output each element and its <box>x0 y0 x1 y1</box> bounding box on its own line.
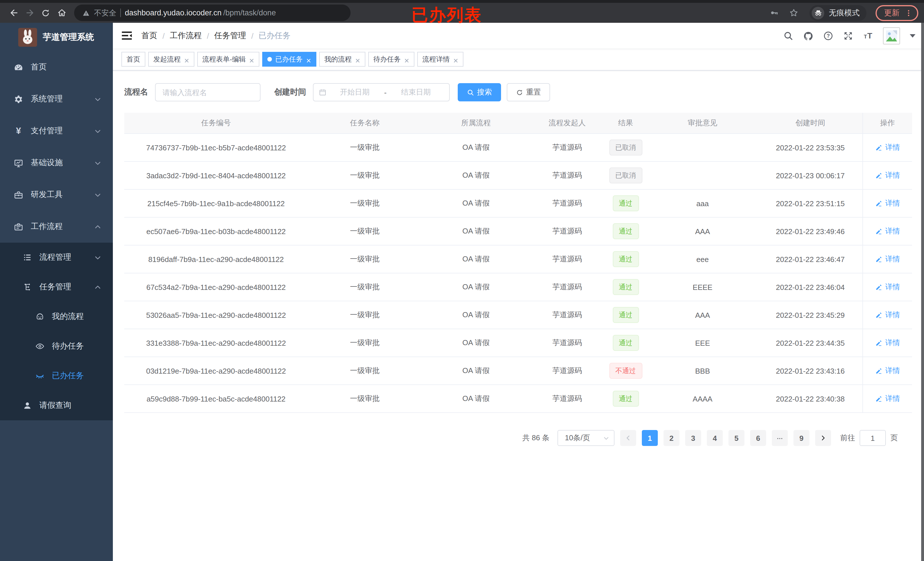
detail-link[interactable]: 详情 <box>875 170 900 181</box>
tab-process-form-edit[interactable]: 流程表单-编辑 <box>197 52 260 67</box>
start-date-placeholder[interactable]: 开始日期 <box>327 87 383 97</box>
warning-icon <box>82 9 90 17</box>
sidebar-item-task-mgmt[interactable]: 任务管理 <box>0 272 113 302</box>
close-icon[interactable] <box>404 57 409 62</box>
tab-todo-tasks[interactable]: 待办任务 <box>368 52 414 67</box>
back-icon[interactable] <box>6 5 22 21</box>
sidebar-item-label: 首页 <box>31 62 47 72</box>
tab-process-detail[interactable]: 流程详情 <box>417 52 464 67</box>
security-label[interactable]: 不安全 <box>94 8 116 18</box>
key-icon[interactable] <box>766 5 782 21</box>
breadcrumb-home[interactable]: 首页 <box>141 30 158 41</box>
page-size-select[interactable]: 10条/页 <box>558 430 615 446</box>
page-button-4[interactable]: 4 <box>707 430 723 446</box>
detail-link[interactable]: 详情 <box>875 226 900 236</box>
kebab-menu-icon[interactable] <box>904 9 913 17</box>
cell-created: 2022-01-22 23:46:47 <box>758 245 862 274</box>
table-row: ec507ae6-7b9a-11ec-b03b-acde48001122 一级审… <box>124 218 912 245</box>
sidebar-item-workflow[interactable]: 工作流程 <box>0 211 113 242</box>
col-header-task-name: 任务名称 <box>308 113 422 134</box>
reset-button[interactable]: 重置 <box>507 83 550 102</box>
breadcrumb: 首页 / 工作流程 / 任务管理 / 已办任务 <box>141 30 290 41</box>
close-icon[interactable] <box>184 57 189 62</box>
fullscreen-icon[interactable] <box>843 30 854 41</box>
calendar-icon <box>319 88 327 96</box>
search-icon[interactable] <box>783 30 794 41</box>
prev-page-button[interactable] <box>620 430 636 446</box>
detail-link[interactable]: 详情 <box>875 198 900 208</box>
cell-process: OA 请假 <box>422 329 530 357</box>
question-icon[interactable] <box>823 30 833 41</box>
reload-icon[interactable] <box>38 5 54 21</box>
address-bar[interactable]: 不安全 dashboard.yudao.iocoder.cn/bpm/task/… <box>74 4 351 21</box>
detail-link[interactable]: 详情 <box>875 254 900 264</box>
tab-home[interactable]: 首页 <box>122 52 146 67</box>
star-icon[interactable] <box>786 5 801 21</box>
sidebar-item-leave-query[interactable]: 请假查询 <box>0 391 113 420</box>
update-button[interactable]: 更新 <box>876 5 918 21</box>
page-button-1[interactable]: 1 <box>642 430 658 446</box>
cell-task-name: 一级审批 <box>308 218 422 245</box>
edit-pencil-icon <box>875 311 882 319</box>
sidebar-item-my-process[interactable]: 我的流程 <box>0 302 113 332</box>
update-label[interactable]: 更新 <box>884 8 900 18</box>
sidebar-item-process-mgmt[interactable]: 流程管理 <box>0 242 113 272</box>
page-button-2[interactable]: 2 <box>663 430 680 446</box>
hamburger-icon[interactable] <box>122 31 132 40</box>
page-button-5[interactable]: 5 <box>729 430 744 446</box>
detail-link[interactable]: 详情 <box>875 310 900 320</box>
page-button-9[interactable]: 9 <box>794 430 809 446</box>
avatar[interactable] <box>883 27 900 44</box>
next-page-button[interactable] <box>815 430 831 446</box>
process-name-input[interactable] <box>155 83 261 102</box>
home-icon[interactable] <box>54 5 69 21</box>
cell-created: 2022-01-22 23:45:29 <box>758 301 862 329</box>
cell-task-id: 74736737-7b9b-11ec-b5b7-acde48001122 <box>124 134 308 162</box>
font-size-icon[interactable] <box>863 30 873 41</box>
tab-start-process[interactable]: 发起流程 <box>148 52 194 67</box>
page-button-3[interactable]: 3 <box>685 430 701 446</box>
sidebar-item-home[interactable]: 首页 <box>0 51 113 83</box>
tab-label: 待办任务 <box>374 54 401 64</box>
detail-link[interactable]: 详情 <box>875 142 900 153</box>
page-button-6[interactable]: 6 <box>750 430 766 446</box>
table-row: 67c534a2-7b9a-11ec-a290-acde48001122 一级审… <box>124 274 912 301</box>
sidebar-item-infra[interactable]: 基础设施 <box>0 147 113 179</box>
forward-icon[interactable] <box>22 5 38 21</box>
tab-my-process[interactable]: 我的流程 <box>319 52 365 67</box>
result-badge: 通过 <box>612 391 639 407</box>
close-icon[interactable] <box>306 57 311 62</box>
github-icon[interactable] <box>803 30 813 41</box>
goto-page-input[interactable] <box>860 430 886 446</box>
sidebar-item-done-tasks[interactable]: 已办任务 <box>0 361 113 391</box>
detail-link[interactable]: 详情 <box>875 366 900 376</box>
breadcrumb-task-mgmt[interactable]: 任务管理 <box>214 30 246 41</box>
cell-task-id: 331e3388-7b9a-11ec-a290-acde48001122 <box>124 329 308 357</box>
detail-link[interactable]: 详情 <box>875 393 900 404</box>
sidebar-item-payment[interactable]: ¥ 支付管理 <box>0 115 113 147</box>
sidebar-item-todo-tasks[interactable]: 待办任务 <box>0 332 113 361</box>
end-date-placeholder[interactable]: 结束日期 <box>388 87 444 97</box>
detail-link[interactable]: 详情 <box>875 338 900 348</box>
cell-task-name: 一级审批 <box>308 274 422 301</box>
search-button[interactable]: 搜索 <box>458 83 501 102</box>
date-range-picker[interactable]: 开始日期 - 结束日期 <box>313 83 450 102</box>
close-icon[interactable] <box>453 57 458 62</box>
close-icon[interactable] <box>249 57 254 62</box>
edit-pencil-icon <box>875 256 882 263</box>
pages-ellipsis[interactable] <box>772 430 788 446</box>
cell-initiator: 芋道源码 <box>530 134 604 162</box>
breadcrumb-workflow[interactable]: 工作流程 <box>170 30 202 41</box>
caret-down-icon[interactable] <box>910 34 915 37</box>
detail-link[interactable]: 详情 <box>875 282 900 292</box>
close-icon[interactable] <box>355 57 360 62</box>
logo[interactable]: 芋道管理系统 <box>0 23 113 51</box>
sidebar-item-system[interactable]: 系统管理 <box>0 83 113 115</box>
tab-label: 发起流程 <box>153 54 181 64</box>
scrollbar[interactable] <box>921 23 924 561</box>
chevron-up-icon <box>94 223 102 230</box>
sidebar-item-label: 已办任务 <box>52 371 84 381</box>
sidebar-item-devtools[interactable]: 研发工具 <box>0 179 113 211</box>
urlbar-divider <box>120 9 121 17</box>
tab-done-tasks[interactable]: 已办任务 <box>262 52 316 67</box>
